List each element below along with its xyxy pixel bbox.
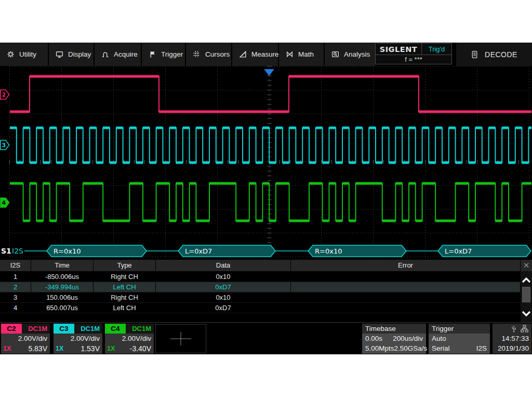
menu-analysis-label: Analysis	[344, 50, 370, 58]
menu-cursors-label: Cursors	[205, 50, 230, 58]
acquire-icon	[101, 50, 109, 58]
flag-icon	[149, 50, 156, 58]
svg-text:4: 4	[2, 200, 6, 206]
channel-box-c4[interactable]: C4 DC1M 2.00V/div 1X -3.40V	[105, 324, 154, 354]
bus-protocol-label: I2S	[12, 247, 23, 255]
table-row[interactable]: 2 -349.994us Left CH 0xD7	[0, 282, 532, 292]
cell-index: 1	[0, 272, 31, 282]
probe-attenuation: 1X	[1, 343, 11, 354]
brand-trigger-status-box: SIGLENT Trig'd f = ***	[375, 43, 452, 64]
status-bar: C2 DC1M 2.00V/div 1X 5.83V C3 DC1M 2.00V…	[0, 323, 532, 354]
gear-icon	[7, 50, 15, 58]
table-empty-space	[0, 313, 532, 322]
trigger-position-marker[interactable]	[264, 69, 274, 76]
clock-box[interactable]: 14:57:33 2019/1/30	[493, 324, 531, 354]
channel-offset: 1.53V	[63, 343, 102, 354]
cell-time: -349.994us	[31, 282, 94, 292]
cell-error	[291, 292, 521, 302]
trigger-bus: I2S	[476, 343, 487, 353]
svg-text:3: 3	[2, 142, 6, 149]
display-icon	[56, 50, 63, 58]
svg-text:2: 2	[2, 91, 6, 98]
menu-analysis[interactable]: Analysis	[325, 43, 375, 66]
col-header-time: Time	[31, 260, 94, 271]
scrollbar-thumb[interactable]	[522, 287, 530, 302]
menu-trigger-label: Trigger	[161, 50, 183, 58]
menu-decode-label: DECODE	[485, 50, 517, 59]
system-time: 14:57:33	[493, 334, 531, 343]
channel-chip: C3	[54, 324, 74, 334]
table-row[interactable]: 1 -850.006us Right CH 0x10	[0, 272, 532, 282]
cell-data: 0x10	[156, 272, 291, 282]
close-icon[interactable]: ✕	[521, 260, 532, 271]
timebase-title: Timebase	[362, 324, 426, 334]
oscilloscope-screen: Utility Display Acquire	[0, 43, 532, 354]
vertical-scale: 2.00V/div	[105, 334, 154, 343]
system-date: 2019/1/30	[493, 343, 531, 353]
empty-channel-slot[interactable]	[155, 324, 206, 353]
menu-measure-label: Measure	[251, 50, 279, 58]
cell-index: 3	[0, 292, 31, 302]
channel-box-c3[interactable]: C3 DC1M 2.00V/div 1X 1.53V	[54, 324, 102, 354]
measure-icon	[239, 50, 247, 58]
channel-offset: -3.40V	[115, 343, 154, 354]
analysis-icon	[331, 50, 339, 58]
document-icon	[471, 50, 478, 59]
siglent-logo: SIGLENT	[376, 44, 422, 55]
waveform-graticule: S1I2SR=0x10L=0xD7R=0x10L=0xD7234	[0, 66, 532, 260]
trigger-frequency-readout: f = ***	[376, 55, 451, 64]
memory-depth: 5.00Mpts	[365, 343, 394, 353]
bus-decode-value: L=0xD7	[185, 247, 212, 255]
cell-time: -850.006us	[31, 272, 94, 282]
cell-error	[291, 303, 521, 313]
cell-type: Left CH	[94, 282, 156, 292]
col-header-data: Data	[156, 260, 291, 271]
lan-icon	[521, 325, 528, 332]
math-icon	[286, 50, 294, 58]
cell-error	[291, 282, 521, 292]
coupling-label: DC1M	[126, 324, 154, 334]
bus-decode-value: R=0x10	[315, 247, 342, 255]
col-header-type: Type	[94, 260, 156, 271]
menu-measure[interactable]: Measure	[232, 43, 279, 66]
menu-utility[interactable]: Utility	[0, 43, 49, 66]
vertical-scale: 2.00V/div	[54, 334, 102, 343]
bus-decode-value: R=0x10	[54, 247, 81, 255]
table-row[interactable]: 4 650.007us Left CH 0xD7	[0, 303, 532, 313]
crosshair-icon	[168, 331, 193, 347]
coupling-label: DC1M	[22, 324, 50, 334]
menu-math-label: Math	[298, 50, 314, 58]
menu-bar: Utility Display Acquire	[0, 43, 532, 66]
menu-trigger[interactable]: Trigger	[142, 43, 186, 66]
cell-type: Left CH	[94, 303, 156, 313]
cell-type: Right CH	[94, 272, 156, 282]
bus-decode-value: L=0xD7	[445, 247, 472, 255]
menu-display[interactable]: Display	[49, 43, 95, 66]
cell-data: 0xD7	[156, 282, 291, 292]
cell-time: 650.007us	[31, 303, 94, 313]
menu-acquire[interactable]: Acquire	[95, 43, 142, 66]
trigger-status-badge: Trig'd	[422, 44, 451, 55]
cell-data: 0x10	[156, 292, 291, 302]
scroll-up-button[interactable]	[521, 274, 532, 286]
menu-cursors[interactable]: Cursors	[186, 43, 232, 66]
coupling-label: DC1M	[74, 324, 102, 334]
usb-icon	[511, 325, 517, 333]
trigger-box[interactable]: Trigger Auto Serial I2S	[429, 324, 490, 354]
table-row[interactable]: 3 150.006us Right CH 0x10	[0, 292, 532, 303]
timebase-box[interactable]: Timebase 0.00s 200us/div 5.00Mpts 2.50GS…	[362, 324, 426, 354]
probe-attenuation: 1X	[105, 343, 115, 354]
menu-decode[interactable]: DECODE	[456, 43, 532, 66]
col-header-error: Error	[291, 260, 521, 271]
sample-rate: 2.50GSa/s	[394, 343, 428, 353]
vertical-scale: 2.00V/div	[1, 334, 50, 343]
probe-attenuation: 1X	[54, 343, 63, 354]
cell-data: 0xD7	[156, 303, 291, 313]
trigger-title: Trigger	[429, 324, 490, 334]
screenshot-page: Utility Display Acquire	[0, 0, 532, 399]
channel-box-c2[interactable]: C2 DC1M 2.00V/div 1X 5.83V	[1, 324, 50, 354]
cell-type: Right CH	[94, 292, 156, 302]
scroll-down-button[interactable]	[521, 308, 532, 319]
cursors-icon	[193, 50, 201, 58]
menu-math[interactable]: Math	[279, 43, 325, 66]
